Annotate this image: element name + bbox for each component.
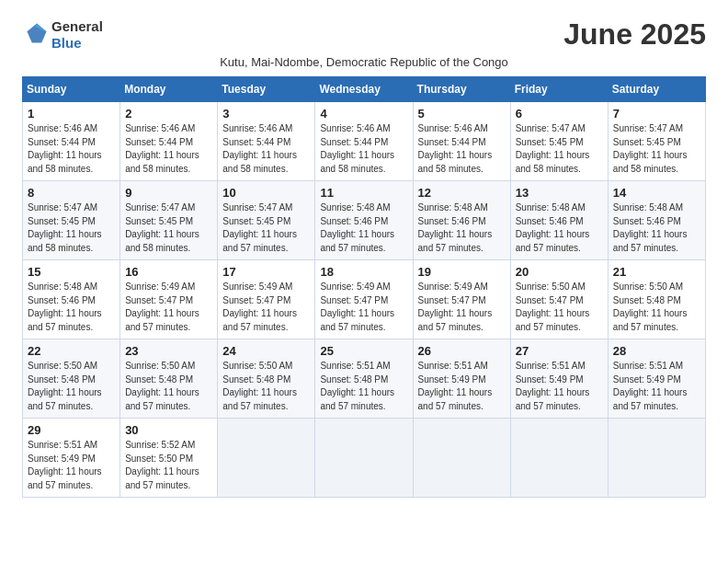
table-row (315, 419, 413, 498)
table-row: 12 Sunrise: 5:48 AM Sunset: 5:46 PM Dayl… (413, 181, 510, 260)
day-number: 1 (28, 107, 115, 121)
day-number: 13 (516, 186, 603, 200)
day-info: Sunrise: 5:46 AM Sunset: 5:44 PM Dayligh… (222, 122, 310, 176)
day-info: Sunrise: 5:47 AM Sunset: 5:45 PM Dayligh… (125, 201, 212, 255)
table-row: 27 Sunrise: 5:51 AM Sunset: 5:49 PM Dayl… (510, 339, 608, 419)
calendar-body: 1 Sunrise: 5:46 AM Sunset: 5:44 PM Dayli… (23, 102, 706, 498)
day-info: Sunrise: 5:49 AM Sunset: 5:47 PM Dayligh… (320, 281, 407, 334)
page-header: General Blue June 2025 (22, 18, 706, 52)
table-row: 17 Sunrise: 5:49 AM Sunset: 5:47 PM Dayl… (218, 260, 315, 339)
day-number: 8 (28, 186, 115, 200)
table-row: 24 Sunrise: 5:50 AM Sunset: 5:48 PM Dayl… (218, 339, 315, 419)
day-info: Sunrise: 5:48 AM Sunset: 5:46 PM Dayligh… (613, 201, 700, 255)
day-number: 11 (320, 186, 407, 200)
day-info: Sunrise: 5:50 AM Sunset: 5:47 PM Dayligh… (516, 281, 603, 334)
day-info: Sunrise: 5:48 AM Sunset: 5:46 PM Dayligh… (320, 201, 407, 255)
calendar-week-row: 1 Sunrise: 5:46 AM Sunset: 5:44 PM Dayli… (23, 102, 706, 181)
title-block: June 2025 (563, 18, 706, 51)
table-row: 25 Sunrise: 5:51 AM Sunset: 5:48 PM Dayl… (315, 339, 413, 419)
table-row (218, 419, 315, 498)
calendar-week-row: 15 Sunrise: 5:48 AM Sunset: 5:46 PM Dayl… (23, 260, 706, 339)
day-info: Sunrise: 5:47 AM Sunset: 5:45 PM Dayligh… (516, 122, 603, 176)
table-row: 7 Sunrise: 5:47 AM Sunset: 5:45 PM Dayli… (608, 102, 705, 181)
day-number: 30 (125, 423, 212, 437)
table-row: 29 Sunrise: 5:51 AM Sunset: 5:49 PM Dayl… (23, 419, 120, 498)
day-number: 22 (28, 344, 115, 358)
table-row: 9 Sunrise: 5:47 AM Sunset: 5:45 PM Dayli… (120, 181, 218, 260)
day-number: 9 (125, 186, 212, 200)
day-info: Sunrise: 5:46 AM Sunset: 5:44 PM Dayligh… (418, 122, 506, 176)
table-row: 4 Sunrise: 5:46 AM Sunset: 5:44 PM Dayli… (315, 102, 413, 181)
table-row (608, 419, 705, 498)
table-row: 19 Sunrise: 5:49 AM Sunset: 5:47 PM Dayl… (413, 260, 510, 339)
day-number: 12 (418, 186, 506, 200)
table-row: 2 Sunrise: 5:46 AM Sunset: 5:44 PM Dayli… (120, 102, 218, 181)
day-number: 14 (613, 186, 700, 200)
day-info: Sunrise: 5:46 AM Sunset: 5:44 PM Dayligh… (125, 122, 212, 176)
day-number: 2 (125, 107, 212, 121)
day-number: 17 (222, 265, 310, 279)
day-number: 21 (613, 265, 700, 279)
col-wednesday: Wednesday (315, 77, 413, 102)
table-row: 21 Sunrise: 5:50 AM Sunset: 5:48 PM Dayl… (608, 260, 705, 339)
day-number: 23 (125, 344, 212, 358)
day-info: Sunrise: 5:52 AM Sunset: 5:50 PM Dayligh… (125, 439, 212, 492)
day-info: Sunrise: 5:51 AM Sunset: 5:48 PM Dayligh… (320, 360, 407, 413)
table-row: 22 Sunrise: 5:50 AM Sunset: 5:48 PM Dayl… (23, 339, 120, 419)
day-info: Sunrise: 5:50 AM Sunset: 5:48 PM Dayligh… (222, 360, 310, 413)
day-info: Sunrise: 5:47 AM Sunset: 5:45 PM Dayligh… (222, 201, 310, 255)
day-number: 25 (320, 344, 407, 358)
calendar-week-row: 29 Sunrise: 5:51 AM Sunset: 5:49 PM Dayl… (23, 419, 706, 498)
day-info: Sunrise: 5:51 AM Sunset: 5:49 PM Dayligh… (613, 360, 700, 413)
month-title: June 2025 (563, 18, 706, 51)
day-number: 4 (320, 107, 407, 121)
day-info: Sunrise: 5:46 AM Sunset: 5:44 PM Dayligh… (320, 122, 407, 176)
col-friday: Friday (510, 77, 608, 102)
table-row: 3 Sunrise: 5:46 AM Sunset: 5:44 PM Dayli… (218, 102, 315, 181)
logo-general-text: General (51, 18, 103, 34)
col-thursday: Thursday (413, 77, 510, 102)
col-sunday: Sunday (23, 77, 120, 102)
day-number: 5 (418, 107, 506, 121)
day-info: Sunrise: 5:46 AM Sunset: 5:44 PM Dayligh… (28, 122, 115, 176)
day-info: Sunrise: 5:48 AM Sunset: 5:46 PM Dayligh… (28, 281, 115, 334)
day-info: Sunrise: 5:51 AM Sunset: 5:49 PM Dayligh… (516, 360, 603, 413)
day-number: 29 (28, 423, 115, 437)
table-row: 18 Sunrise: 5:49 AM Sunset: 5:47 PM Dayl… (315, 260, 413, 339)
logo: General Blue (22, 18, 103, 52)
table-row: 15 Sunrise: 5:48 AM Sunset: 5:46 PM Dayl… (23, 260, 120, 339)
table-row (413, 419, 510, 498)
col-monday: Monday (120, 77, 218, 102)
table-row: 6 Sunrise: 5:47 AM Sunset: 5:45 PM Dayli… (510, 102, 608, 181)
day-number: 26 (418, 344, 506, 358)
day-number: 27 (516, 344, 603, 358)
day-number: 6 (516, 107, 603, 121)
day-number: 24 (222, 344, 310, 358)
day-number: 20 (516, 265, 603, 279)
table-row: 20 Sunrise: 5:50 AM Sunset: 5:47 PM Dayl… (510, 260, 608, 339)
table-row: 5 Sunrise: 5:46 AM Sunset: 5:44 PM Dayli… (413, 102, 510, 181)
table-row: 1 Sunrise: 5:46 AM Sunset: 5:44 PM Dayli… (23, 102, 120, 181)
day-info: Sunrise: 5:49 AM Sunset: 5:47 PM Dayligh… (222, 281, 310, 334)
col-tuesday: Tuesday (218, 77, 315, 102)
day-number: 7 (613, 107, 700, 121)
table-row: 11 Sunrise: 5:48 AM Sunset: 5:46 PM Dayl… (315, 181, 413, 260)
col-saturday: Saturday (608, 77, 705, 102)
day-number: 28 (613, 344, 700, 358)
day-info: Sunrise: 5:51 AM Sunset: 5:49 PM Dayligh… (28, 439, 115, 492)
logo-icon (24, 20, 50, 46)
calendar-header-row: Sunday Monday Tuesday Wednesday Thursday… (23, 77, 706, 102)
table-row: 28 Sunrise: 5:51 AM Sunset: 5:49 PM Dayl… (608, 339, 705, 419)
table-row (510, 419, 608, 498)
day-info: Sunrise: 5:50 AM Sunset: 5:48 PM Dayligh… (28, 360, 115, 413)
table-row: 14 Sunrise: 5:48 AM Sunset: 5:46 PM Dayl… (608, 181, 705, 260)
day-info: Sunrise: 5:50 AM Sunset: 5:48 PM Dayligh… (125, 360, 212, 413)
table-row: 26 Sunrise: 5:51 AM Sunset: 5:49 PM Dayl… (413, 339, 510, 419)
day-info: Sunrise: 5:48 AM Sunset: 5:46 PM Dayligh… (516, 201, 603, 255)
calendar-week-row: 22 Sunrise: 5:50 AM Sunset: 5:48 PM Dayl… (23, 339, 706, 419)
calendar-week-row: 8 Sunrise: 5:47 AM Sunset: 5:45 PM Dayli… (23, 181, 706, 260)
table-row: 30 Sunrise: 5:52 AM Sunset: 5:50 PM Dayl… (120, 419, 218, 498)
table-row: 23 Sunrise: 5:50 AM Sunset: 5:48 PM Dayl… (120, 339, 218, 419)
table-row: 10 Sunrise: 5:47 AM Sunset: 5:45 PM Dayl… (218, 181, 315, 260)
day-number: 10 (222, 186, 310, 200)
